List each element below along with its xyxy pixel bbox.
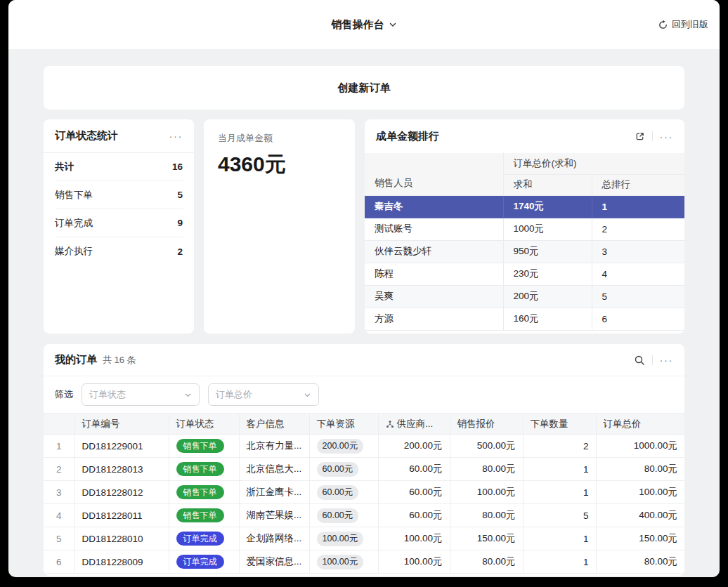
customer-cell[interactable]: 浙江金鹰卡... — [239, 481, 309, 504]
more-menu-icon[interactable]: ··· — [660, 131, 674, 142]
my-orders-title: 我的订单 — [55, 353, 97, 367]
order-status-cell[interactable]: 销售下单 — [169, 504, 239, 527]
orders-table: 订单编号 订单状态 客户信息 下单资源 供应商... — [44, 413, 684, 574]
ranking-table: 销售人员 订单总价(求和) 求和 总排行 秦吉冬 1740元 1 — [365, 153, 684, 331]
page-title-dropdown[interactable]: 销售操作台 — [332, 18, 397, 32]
qty-cell[interactable]: 1 — [523, 550, 596, 574]
status-badge: 销售下单 — [176, 485, 224, 499]
order-no-cell[interactable]: DD181228013 — [74, 458, 169, 481]
resource-cell[interactable]: 100.00元 — [309, 550, 378, 574]
filter-row: 筛选 订单状态 订单总价 — [44, 376, 684, 413]
page-title: 销售操作台 — [332, 18, 384, 32]
qty-cell[interactable]: 1 — [523, 527, 596, 550]
order-total-filter-select[interactable]: 订单总价 — [208, 383, 319, 406]
qty-cell[interactable]: 5 — [523, 504, 596, 527]
order-row[interactable]: 1 DD181229001 销售下单 北京有力量... 200.00元 200.… — [44, 435, 684, 458]
order-no-cell[interactable]: DD181228010 — [74, 527, 169, 550]
supplier-cell[interactable]: 60.00元 — [378, 481, 450, 504]
order-status-card-title: 订单状态统计 — [55, 129, 118, 143]
resource-badge: 200.00元 — [317, 439, 364, 454]
status-badge: 订单完成 — [176, 532, 224, 546]
more-menu-icon[interactable]: ··· — [169, 131, 183, 141]
quote-cell[interactable]: 80.00元 — [450, 458, 523, 481]
more-menu-icon[interactable]: ··· — [660, 355, 674, 365]
resource-cell[interactable]: 200.00元 — [309, 435, 378, 458]
supplier-cell[interactable]: 200.00元 — [378, 435, 450, 458]
order-status-cell[interactable]: 销售下单 — [169, 435, 239, 458]
status-value: 2 — [177, 246, 183, 257]
my-orders-actions: ··· — [634, 355, 674, 366]
order-row[interactable]: 5 DD181228010 订单完成 企划路网络... 100.00元 100.… — [44, 527, 684, 550]
customer-cell[interactable]: 企划路网络... — [239, 527, 309, 550]
customer-cell[interactable]: 北京有力量... — [239, 435, 309, 458]
quote-cell[interactable]: 80.00元 — [450, 550, 523, 574]
row-index: 2 — [44, 458, 74, 481]
col-total: 订单总价 — [596, 414, 684, 435]
supplier-cell[interactable]: 100.00元 — [378, 550, 450, 574]
external-link-icon[interactable] — [635, 131, 645, 142]
quote-cell[interactable]: 150.00元 — [450, 527, 523, 550]
order-status-card: 订单状态统计 ··· 共计 16 销售下单 5 订单完成 9 — [44, 119, 194, 334]
rank-rank-cell: 6 — [592, 308, 684, 330]
qty-cell[interactable]: 2 — [523, 435, 596, 458]
row-index: 1 — [44, 435, 74, 458]
quote-cell[interactable]: 80.00元 — [450, 504, 523, 527]
supplier-cell[interactable]: 100.00元 — [378, 527, 450, 550]
order-status-cell[interactable]: 销售下单 — [169, 458, 239, 481]
order-no-cell[interactable]: DD181228012 — [74, 481, 169, 504]
status-list-item: 共计 16 — [55, 153, 183, 181]
total-cell[interactable]: 1000.00元 — [596, 435, 684, 458]
ranking-row: 陈程 230元 4 — [365, 263, 684, 285]
order-status-cell[interactable]: 销售下单 — [169, 481, 239, 504]
filter-label: 筛选 — [55, 388, 73, 401]
supplier-cell[interactable]: 60.00元 — [378, 458, 450, 481]
back-to-old-button[interactable]: 回到旧版 — [658, 18, 708, 31]
resource-cell[interactable]: 60.00元 — [309, 504, 378, 527]
quote-cell[interactable]: 500.00元 — [450, 435, 523, 458]
total-cell[interactable]: 100.00元 — [596, 481, 684, 504]
total-cell[interactable]: 150.00元 — [596, 527, 684, 550]
supplier-cell[interactable]: 60.00元 — [378, 504, 450, 527]
divider — [652, 355, 653, 365]
order-no-cell[interactable]: DD181229001 — [74, 435, 169, 458]
chevron-down-icon — [389, 20, 397, 29]
qty-cell[interactable]: 1 — [523, 458, 596, 481]
customer-cell[interactable]: 湖南芒果娱... — [239, 504, 309, 527]
rank-name-cell: 测试账号 — [365, 218, 503, 240]
stat-cards-row: 订单状态统计 ··· 共计 16 销售下单 5 订单完成 9 — [44, 119, 684, 334]
order-no-cell[interactable]: DD181228009 — [74, 550, 169, 574]
rank-sum-cell: 1740元 — [503, 195, 592, 218]
order-status-filter-select[interactable]: 订单状态 — [82, 383, 200, 406]
monthly-amount-value: 4360元 — [218, 150, 341, 179]
ranking-col-sum: 求和 — [503, 174, 592, 195]
resource-cell[interactable]: 60.00元 — [309, 458, 378, 481]
total-cell[interactable]: 400.00元 — [596, 504, 684, 527]
order-status-cell[interactable]: 订单完成 — [169, 550, 239, 574]
total-cell[interactable]: 80.00元 — [596, 458, 684, 481]
rank-name-cell: 陈程 — [365, 263, 503, 285]
total-cell[interactable]: 80.00元 — [596, 550, 684, 574]
customer-cell[interactable]: 爱国家信息... — [239, 550, 309, 574]
rank-sum-cell: 160元 — [503, 308, 592, 330]
resource-cell[interactable]: 100.00元 — [309, 527, 378, 550]
orders-table-header-row: 订单编号 订单状态 客户信息 下单资源 供应商... — [44, 414, 684, 435]
search-icon[interactable] — [634, 355, 645, 366]
rank-rank-cell: 3 — [592, 240, 684, 263]
status-label: 订单完成 — [55, 217, 93, 230]
order-row[interactable]: 4 DD181228011 销售下单 湖南芒果娱... 60.00元 60.00… — [44, 504, 684, 527]
create-order-button[interactable]: 创建新订单 — [44, 66, 684, 110]
order-status-filter-placeholder: 订单状态 — [89, 388, 126, 401]
order-row[interactable]: 6 DD181228009 订单完成 爱国家信息... 100.00元 100.… — [44, 550, 684, 574]
col-quote: 销售报价 — [450, 414, 523, 435]
order-no-cell[interactable]: DD181228011 — [74, 504, 169, 527]
col-resource: 下单资源 — [309, 414, 378, 435]
quote-cell[interactable]: 100.00元 — [450, 481, 523, 504]
qty-cell[interactable]: 1 — [523, 481, 596, 504]
order-row[interactable]: 2 DD181228013 销售下单 北京信息大... 60.00元 60.00… — [44, 458, 684, 481]
customer-cell[interactable]: 北京信息大... — [239, 458, 309, 481]
ranking-card-header: 成单金额排行 ··· — [365, 119, 684, 153]
resource-cell[interactable]: 60.00元 — [309, 481, 378, 504]
order-status-cell[interactable]: 订单完成 — [169, 527, 239, 550]
order-row[interactable]: 3 DD181228012 销售下单 浙江金鹰卡... 60.00元 60.00… — [44, 481, 684, 504]
status-list-item: 销售下单 5 — [55, 181, 183, 209]
